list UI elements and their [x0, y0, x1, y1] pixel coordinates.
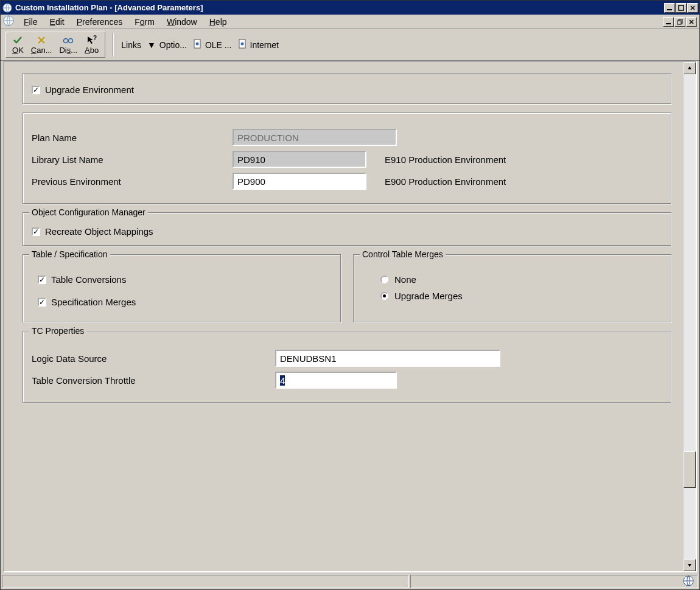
internet-label: Internet: [250, 40, 279, 50]
about-button[interactable]: ? Abo: [81, 33, 102, 56]
logic-data-source-field[interactable]: DENUDBSN1: [275, 350, 500, 367]
radio-unchecked-icon: [380, 276, 388, 283]
library-list-field[interactable]: PD910: [233, 151, 366, 168]
ocm-group: Object Configuration Manager ✓ Recreate …: [23, 212, 671, 246]
scroll-thumb[interactable]: [684, 451, 696, 488]
ctm-none-label: None: [394, 274, 416, 285]
svg-rect-2: [679, 5, 684, 10]
vertical-scrollbar[interactable]: [684, 62, 696, 571]
specification-merges-checkbox[interactable]: ✓ Specification Merges: [38, 297, 332, 307]
svg-text:?: ?: [93, 35, 97, 41]
mdi-minimize-button[interactable]: [663, 17, 674, 27]
previous-env-field[interactable]: PD900: [233, 173, 366, 190]
svg-rect-6: [677, 21, 681, 24]
menu-preferences[interactable]: Preferences: [71, 16, 129, 28]
table-conversions-checkbox[interactable]: ✓ Table Conversions: [38, 274, 332, 285]
table-conversions-label: Table Conversions: [51, 274, 126, 285]
throttle-value: 4: [280, 375, 285, 386]
menu-help[interactable]: Help: [203, 16, 233, 28]
svg-point-7: [64, 39, 68, 43]
options-label: Optio...: [159, 40, 187, 50]
svg-point-11: [195, 43, 198, 46]
ole-label: OLE ...: [205, 40, 232, 50]
links-label: Links: [121, 40, 141, 50]
statusbar: [1, 574, 699, 589]
mdi-close-button[interactable]: [686, 17, 697, 27]
menu-form[interactable]: Form: [128, 16, 161, 28]
library-list-label: Library List Name: [32, 154, 233, 165]
options-dropdown[interactable]: ▼ Optio...: [147, 40, 187, 50]
previous-env-label: Previous Environment: [32, 176, 233, 187]
plan-details-group: Plan Name PRODUCTION Library List Name P…: [23, 113, 671, 204]
ctm-legend: Control Table Merges: [360, 249, 446, 259]
cursor-help-icon: ?: [86, 35, 97, 46]
scroll-track[interactable]: [684, 74, 696, 559]
document-globe-icon: [238, 39, 247, 50]
table-spec-group: Table / Specification ✓ Table Conversion…: [23, 254, 341, 322]
recreate-object-mappings-label: Recreate Object Mappings: [45, 226, 153, 237]
status-cell-left: [2, 575, 409, 588]
display-button[interactable]: Dis...: [55, 33, 81, 56]
svg-rect-1: [667, 9, 672, 10]
dropdown-arrow-icon: ▼: [147, 40, 156, 50]
plan-name-field: PRODUCTION: [233, 129, 397, 146]
ctm-upgrade-label: Upgrade Merges: [394, 291, 463, 301]
menu-window[interactable]: Window: [161, 16, 203, 28]
status-cell-right: [410, 575, 698, 588]
toolbar: OK Can... Dis... ? Abo Links ▼ Optio...: [1, 29, 699, 61]
menu-edit[interactable]: Edit: [44, 16, 71, 28]
maximize-button[interactable]: [676, 3, 687, 13]
ctm-upgrade-merges-radio[interactable]: Upgrade Merges: [380, 291, 662, 301]
content-area: ✓ Upgrade Environment Plan Name PRODUCTI…: [3, 61, 697, 572]
internet-link[interactable]: Internet: [238, 39, 279, 50]
checkbox-checked-icon: ✓: [32, 86, 40, 94]
toolbar-separator: [113, 33, 114, 57]
table-conversion-throttle-label: Table Conversion Throttle: [32, 375, 275, 386]
upgrade-env-checkbox[interactable]: ✓ Upgrade Environment: [32, 85, 662, 95]
scroll-down-button[interactable]: [684, 559, 696, 571]
upgrade-env-label: Upgrade Environment: [45, 85, 134, 95]
previous-env-desc: E900 Production Environment: [385, 176, 506, 187]
plan-name-label: Plan Name: [32, 133, 233, 143]
tc-properties-legend: TC Properties: [29, 326, 86, 336]
glasses-icon: [63, 35, 74, 46]
svg-point-13: [240, 43, 243, 46]
minimize-button[interactable]: [664, 3, 675, 13]
x-icon: [37, 35, 46, 46]
checkbox-checked-icon: ✓: [32, 227, 40, 236]
cancel-button[interactable]: Can...: [27, 33, 56, 56]
ole-link[interactable]: OLE ...: [193, 39, 232, 50]
toolbar-buttons: OK Can... Dis... ? Abo: [5, 32, 105, 58]
ctm-none-radio[interactable]: None: [380, 274, 662, 285]
globe-icon: [683, 575, 694, 588]
close-button[interactable]: [687, 3, 698, 13]
ocm-legend: Object Configuration Manager: [29, 207, 148, 217]
recreate-object-mappings-checkbox[interactable]: ✓ Recreate Object Mappings: [32, 226, 662, 237]
mdi-app-icon[interactable]: [3, 15, 14, 28]
titlebar: Custom Installation Plan - [Advanced Par…: [1, 1, 699, 15]
radio-checked-icon: [380, 292, 388, 300]
table-conversion-throttle-field[interactable]: 4: [275, 372, 397, 389]
svg-rect-4: [666, 23, 671, 24]
specification-merges-label: Specification Merges: [51, 297, 136, 307]
app-window: Custom Installation Plan - [Advanced Par…: [0, 0, 700, 590]
table-spec-legend: Table / Specification: [29, 249, 110, 259]
library-list-desc: E910 Production Environment: [385, 154, 506, 165]
checkbox-checked-icon: ✓: [38, 276, 46, 284]
ok-button[interactable]: OK: [9, 33, 27, 56]
window-title: Custom Installation Plan - [Advanced Par…: [15, 3, 664, 12]
checkbox-checked-icon: ✓: [38, 298, 46, 307]
mdi-restore-button[interactable]: [674, 17, 685, 27]
check-icon: [13, 35, 23, 46]
logic-data-source-label: Logic Data Source: [32, 353, 275, 364]
menu-file[interactable]: File: [18, 16, 44, 28]
tc-properties-group: TC Properties Logic Data Source DENUDBSN…: [23, 331, 671, 403]
app-icon: [2, 3, 12, 13]
control-table-merges-group: Control Table Merges None Upgrade Merges: [353, 254, 671, 322]
svg-point-8: [69, 39, 73, 43]
menubar: File Edit Preferences Form Window Help: [1, 15, 699, 29]
scroll-up-button[interactable]: [684, 62, 696, 74]
links-area: Links ▼ Optio... OLE ... Internet: [117, 39, 282, 50]
upgrade-env-group: ✓ Upgrade Environment: [23, 73, 671, 104]
document-icon: [193, 39, 201, 50]
